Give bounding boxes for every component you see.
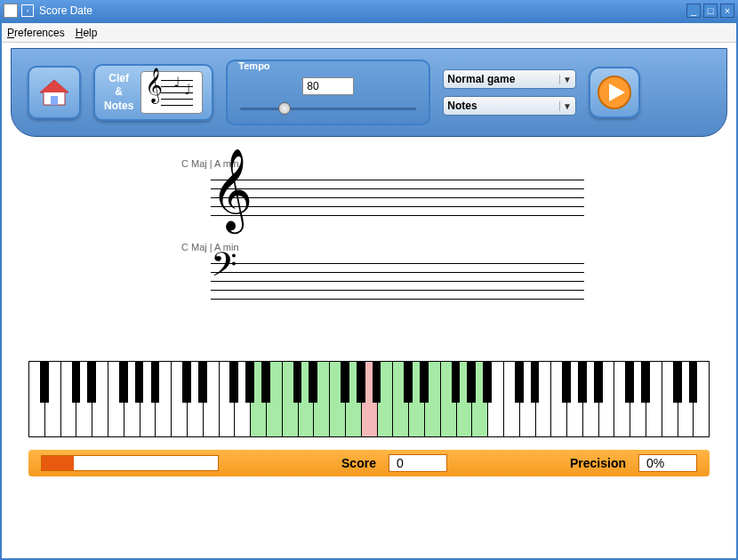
black-key[interactable] — [673, 362, 682, 403]
play-button[interactable] — [589, 67, 640, 118]
black-key[interactable] — [625, 362, 634, 403]
titlebar: ♪ ◦ Score Date _ □ × — [0, 0, 738, 21]
black-key[interactable] — [578, 362, 587, 403]
menu-preferences[interactable]: Preferences — [7, 27, 65, 39]
precision-label: Precision — [570, 456, 626, 470]
chevron-down-icon: ▼ — [559, 75, 574, 84]
black-key[interactable] — [341, 362, 349, 403]
black-key[interactable] — [531, 362, 540, 403]
black-key[interactable] — [309, 362, 317, 403]
minimize-button[interactable]: _ — [686, 4, 701, 18]
white-key[interactable] — [441, 362, 457, 436]
black-key[interactable] — [151, 362, 160, 403]
white-key[interactable] — [61, 362, 77, 436]
svg-rect-2 — [51, 96, 58, 105]
menubar: Preferences Help — [2, 23, 736, 43]
progress-bar — [41, 455, 219, 471]
clef-notes-button[interactable]: Clef & Notes 𝄞 ♩ ♩ — [93, 64, 213, 121]
clef-preview: 𝄞 ♩ ♩ — [140, 71, 203, 114]
black-key[interactable] — [562, 362, 571, 403]
chevron-down-icon: ▼ — [559, 101, 574, 111]
white-key[interactable] — [330, 362, 346, 436]
black-key[interactable] — [467, 362, 476, 403]
white-key[interactable] — [108, 362, 124, 436]
white-key[interactable] — [172, 362, 188, 436]
window-title: Score Date — [39, 4, 684, 17]
white-key[interactable] — [614, 362, 630, 436]
white-key[interactable] — [220, 362, 236, 436]
game-mode-select[interactable]: Normal game▼ — [443, 69, 576, 89]
piano-keyboard[interactable] — [28, 361, 710, 437]
score-value: 0 — [389, 454, 447, 472]
play-icon — [597, 75, 632, 110]
answer-type-select[interactable]: Notes▼ — [443, 96, 576, 116]
bass-clef-icon: 𝄢 — [211, 245, 237, 293]
treble-key-label: C Maj | A min — [181, 158, 701, 169]
tempo-input[interactable] — [302, 77, 354, 95]
precision-value: 0% — [638, 454, 697, 472]
menu-help[interactable]: Help — [76, 27, 98, 39]
black-key[interactable] — [452, 362, 461, 403]
black-key[interactable] — [198, 362, 207, 403]
black-key[interactable] — [87, 362, 96, 403]
black-key[interactable] — [641, 362, 650, 403]
clef-label: Clef & Notes — [104, 72, 133, 114]
score-area: C Maj | A min 𝄞 C Maj | A min 𝄢 — [2, 137, 736, 308]
window-menu-icon[interactable]: ◦ — [21, 4, 34, 17]
treble-staff: 𝄞 — [37, 171, 584, 224]
tempo-label: Tempo — [238, 60, 269, 71]
score-label: Score — [341, 456, 376, 470]
white-key[interactable] — [662, 362, 678, 436]
black-key[interactable] — [404, 362, 413, 403]
close-button[interactable]: × — [720, 4, 734, 18]
bass-staff: 𝄢 — [37, 254, 584, 308]
white-key[interactable] — [283, 362, 299, 436]
black-key[interactable] — [594, 362, 603, 403]
black-key[interactable] — [293, 362, 302, 403]
progress-fill — [42, 456, 74, 470]
tempo-slider[interactable] — [240, 102, 416, 115]
status-bar: Score 0 Precision 0% — [28, 450, 710, 476]
black-key[interactable] — [119, 362, 128, 403]
black-key[interactable] — [135, 362, 144, 403]
svg-marker-1 — [40, 80, 68, 92]
black-key[interactable] — [182, 362, 191, 403]
black-key[interactable] — [40, 362, 49, 403]
black-key[interactable] — [357, 362, 365, 403]
app-icon: ♪ — [4, 4, 18, 18]
black-key[interactable] — [72, 362, 81, 403]
white-key[interactable] — [504, 362, 520, 436]
treble-clef-icon: 𝄞 — [211, 149, 253, 231]
black-key[interactable] — [483, 362, 492, 403]
black-key[interactable] — [229, 362, 238, 403]
maximize-button[interactable]: □ — [703, 4, 718, 18]
black-key[interactable] — [373, 362, 381, 403]
black-key[interactable] — [515, 362, 524, 403]
black-key[interactable] — [420, 362, 429, 403]
white-key[interactable] — [29, 362, 45, 436]
home-icon — [36, 75, 72, 110]
white-key[interactable] — [393, 362, 409, 436]
white-key[interactable] — [551, 362, 567, 436]
tempo-panel: Tempo — [226, 60, 430, 125]
bass-key-label: C Maj | A min — [181, 242, 701, 252]
black-key[interactable] — [689, 362, 698, 403]
toolbar: Clef & Notes 𝄞 ♩ ♩ Tempo Normal g — [11, 48, 727, 137]
black-key[interactable] — [261, 362, 270, 403]
home-button[interactable] — [28, 66, 81, 119]
black-key[interactable] — [245, 362, 254, 403]
tempo-slider-thumb[interactable] — [278, 102, 291, 115]
